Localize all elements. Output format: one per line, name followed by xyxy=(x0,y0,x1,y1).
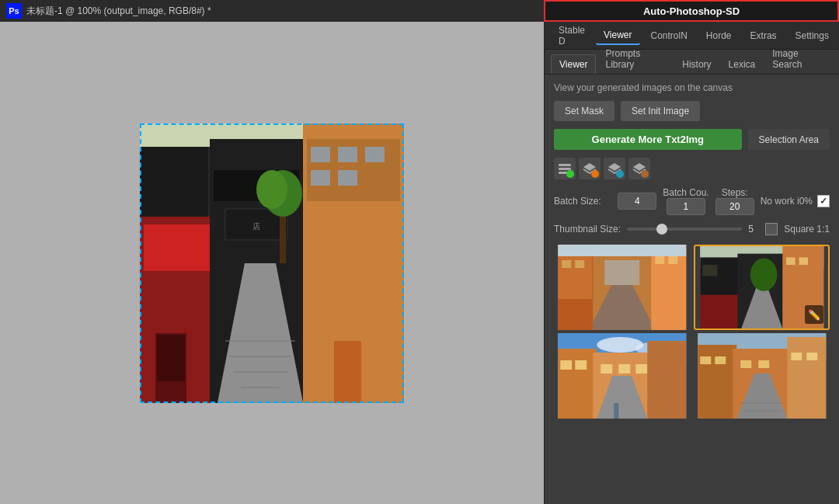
main-layout: 店 xyxy=(0,22,839,504)
steps-group: Steps: xyxy=(715,187,754,215)
svg-rect-62 xyxy=(560,360,572,370)
svg-rect-40 xyxy=(575,260,584,268)
nav-settings[interactable]: Settings xyxy=(788,27,837,44)
layer-dot-brown xyxy=(641,170,649,178)
no-work-label: No work i0% xyxy=(761,196,813,207)
svg-rect-42 xyxy=(655,256,664,264)
svg-rect-67 xyxy=(635,364,647,374)
set-init-image-button[interactable]: Set Init Image xyxy=(621,101,700,121)
svg-rect-4 xyxy=(144,224,210,271)
steps-input[interactable] xyxy=(715,198,754,215)
image-thumb-4[interactable] xyxy=(694,333,830,419)
generate-selection-row: Generate More Txt2Img Selection Area xyxy=(554,129,830,150)
no-work-checkbox[interactable] xyxy=(817,195,830,207)
svg-rect-26 xyxy=(157,335,185,381)
svg-rect-63 xyxy=(575,360,587,370)
thumb-svg-4 xyxy=(694,333,830,419)
thumb-svg-1 xyxy=(554,245,691,330)
layer-dot-orange xyxy=(591,170,599,178)
sub-tab-prompts-library[interactable]: Prompts Library xyxy=(597,44,673,74)
square-checkbox[interactable] xyxy=(765,223,778,235)
svg-rect-49 xyxy=(702,265,717,276)
batch-size-input[interactable] xyxy=(618,193,656,210)
layer-icon-1[interactable] xyxy=(554,158,576,179)
batch-size-field xyxy=(618,193,656,210)
svg-rect-11 xyxy=(311,147,330,162)
layer-icon-2[interactable] xyxy=(579,158,601,179)
svg-rect-73 xyxy=(698,345,736,419)
canvas-image-container: 店 xyxy=(140,123,404,403)
svg-rect-14 xyxy=(311,170,330,186)
slider-knob xyxy=(656,224,667,235)
thumbnail-slider[interactable] xyxy=(627,228,742,231)
street-scene-svg: 店 xyxy=(140,123,404,403)
layer-icon-4[interactable] xyxy=(628,158,650,179)
plugin-title-bar: Auto-Photoshop-SD xyxy=(544,0,839,22)
document-title: 未标题-1 @ 100% (output_image, RGB/8#) * xyxy=(26,5,211,18)
set-mask-button[interactable]: Set Mask xyxy=(554,101,614,121)
image-thumb-1[interactable] xyxy=(554,245,691,330)
batch-count-input[interactable] xyxy=(667,198,705,215)
layer-dot-green xyxy=(566,170,574,178)
svg-rect-65 xyxy=(601,364,612,374)
plugin-title: Auto-Photoshop-SD xyxy=(643,5,740,17)
thumbnail-size-label: Thumbnail Size: xyxy=(554,224,621,235)
image-grid: ✏️ xyxy=(554,245,830,419)
sub-tab-image-search[interactable]: Image Search xyxy=(764,44,833,74)
layer-icon-3[interactable] xyxy=(604,158,625,179)
svg-text:店: 店 xyxy=(252,222,260,231)
nav-controln[interactable]: ControlN xyxy=(643,27,695,44)
svg-rect-50 xyxy=(700,295,741,328)
svg-rect-61 xyxy=(558,349,597,419)
svg-rect-38 xyxy=(558,252,592,299)
svg-rect-78 xyxy=(758,360,769,368)
svg-rect-68 xyxy=(647,341,686,419)
nav-horde[interactable]: Horde xyxy=(698,27,740,44)
generate-more-button[interactable]: Generate More Txt2Img xyxy=(554,129,742,150)
svg-rect-43 xyxy=(668,256,677,264)
mask-init-row: Set Mask Set Init Image xyxy=(554,101,830,121)
panel-description: View your generated images on the canvas xyxy=(554,82,830,93)
nav-extras[interactable]: Extras xyxy=(743,27,785,44)
layer-icons-row xyxy=(554,158,830,179)
svg-rect-13 xyxy=(365,147,385,162)
svg-point-24 xyxy=(256,170,287,209)
image-thumb-3[interactable] xyxy=(554,333,691,419)
right-panel: Stable D Viewer ControlN Horde Extras Se… xyxy=(544,22,839,504)
svg-rect-53 xyxy=(786,257,795,265)
nav-stable-d[interactable]: Stable D xyxy=(551,22,593,50)
canvas-area: 店 xyxy=(0,22,544,504)
sub-tab-history[interactable]: History xyxy=(674,55,719,74)
steps-label: Steps: xyxy=(722,187,748,198)
svg-rect-70 xyxy=(614,403,618,419)
svg-rect-77 xyxy=(740,360,751,368)
image-thumb-2[interactable]: ✏️ xyxy=(694,245,830,330)
svg-rect-45 xyxy=(604,260,639,285)
batch-steps-row: Batch Size: Batch Cou. Steps: No work xyxy=(554,187,830,215)
svg-rect-15 xyxy=(338,170,357,186)
svg-rect-79 xyxy=(787,337,826,419)
batch-size-group: Batch Size: xyxy=(554,196,611,207)
svg-rect-75 xyxy=(715,356,726,364)
nav-viewer[interactable]: Viewer xyxy=(596,26,639,45)
batch-count-group: Batch Cou. xyxy=(663,187,708,215)
svg-rect-39 xyxy=(562,260,571,268)
canvas-inner: 店 xyxy=(0,22,544,504)
thumbnail-size-row: Thumbnail Size: 5 Square 1:1 xyxy=(554,223,830,235)
photoshop-logo: Ps xyxy=(6,3,22,19)
panel-content: View your generated images on the canvas… xyxy=(545,75,839,504)
svg-point-56 xyxy=(750,258,777,290)
svg-rect-44 xyxy=(558,245,686,256)
thumbnail-size-value: 5 xyxy=(748,224,759,235)
svg-rect-81 xyxy=(806,353,817,360)
canvas-image: 店 xyxy=(140,123,404,403)
selection-area-button[interactable]: Selection Area xyxy=(748,129,830,150)
svg-rect-54 xyxy=(799,257,808,265)
batch-count-label: Batch Cou. xyxy=(663,187,708,198)
thumb-svg-3 xyxy=(554,333,691,419)
svg-rect-27 xyxy=(334,341,361,403)
sub-tab-viewer[interactable]: Viewer xyxy=(551,54,596,74)
sub-tab-lexica[interactable]: Lexica xyxy=(721,55,764,74)
edit-icon-overlay: ✏️ xyxy=(805,305,823,324)
svg-rect-12 xyxy=(338,147,357,162)
